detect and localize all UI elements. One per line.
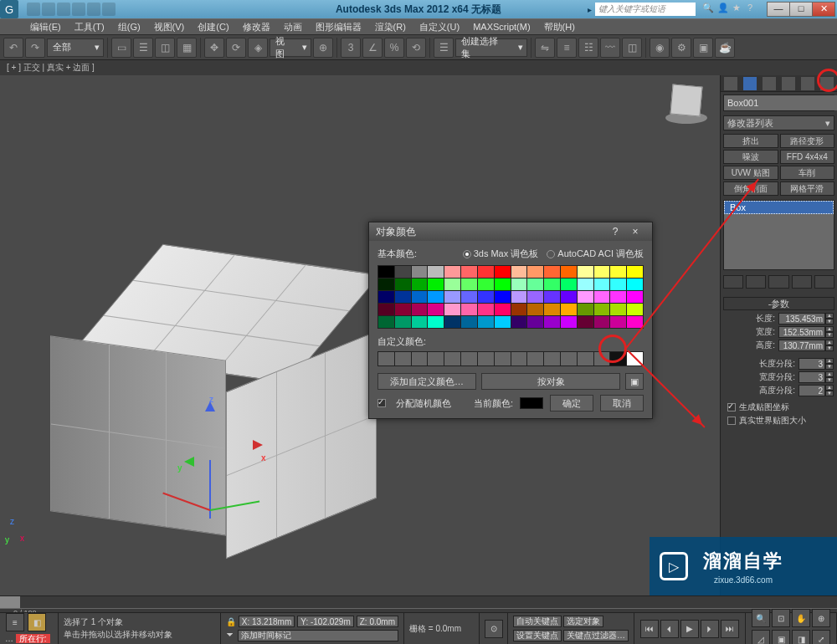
color-swatch[interactable] [461, 304, 477, 315]
isolate-button[interactable]: ⊙ [485, 620, 503, 638]
menu-tools[interactable]: 工具(T) [68, 19, 111, 34]
color-swatch[interactable] [610, 291, 626, 303]
timeline[interactable]: 0 / 100 [0, 595, 837, 612]
color-swatch[interactable] [378, 266, 394, 278]
mirror-button[interactable]: ⇋ [535, 38, 555, 58]
listener-button[interactable]: ◧ [28, 613, 46, 631]
remove-modifier-button[interactable] [792, 275, 812, 289]
color-swatch[interactable] [412, 266, 428, 278]
color-swatch[interactable] [478, 279, 494, 290]
lock-icon[interactable]: 🔒 [226, 617, 236, 626]
assign-random-checkbox[interactable] [377, 399, 386, 407]
color-swatch[interactable] [610, 304, 626, 315]
move-button[interactable]: ✥ [204, 38, 224, 58]
show-end-result-button[interactable] [746, 275, 766, 289]
close-button[interactable]: ✕ [812, 2, 835, 17]
color-swatch[interactable] [395, 304, 411, 315]
goto-start-button[interactable]: ⏮ [640, 620, 659, 638]
custom-colors-row[interactable] [377, 351, 644, 366]
object-name-field[interactable] [724, 95, 837, 110]
color-swatch[interactable] [627, 266, 643, 278]
color-swatch[interactable] [627, 291, 643, 303]
play-button[interactable]: ▶ [680, 620, 699, 638]
qat-btn[interactable] [27, 3, 40, 16]
menu-maxscript[interactable]: MAXScript(M) [466, 19, 537, 34]
color-swatch[interactable] [578, 266, 593, 278]
zoom-all-button[interactable]: ⊡ [772, 609, 790, 627]
display-tab-icon[interactable] [801, 77, 814, 90]
color-swatch[interactable] [461, 266, 477, 278]
color-swatch[interactable] [495, 279, 511, 290]
color-swatch[interactable] [511, 304, 527, 315]
curve-editor-button[interactable]: 〰 [600, 38, 620, 58]
color-swatch[interactable] [461, 291, 477, 303]
color-swatch[interactable] [412, 279, 428, 290]
setkey-button[interactable]: 设置关键点 [513, 630, 562, 641]
motion-tab-icon[interactable] [782, 77, 795, 90]
prev-frame-button[interactable]: ⏴ [660, 620, 679, 638]
color-swatch[interactable] [478, 291, 494, 303]
wseg-spinner[interactable]: 3 [798, 371, 825, 383]
dialog-close-button[interactable]: × [625, 226, 645, 238]
window-crossing-button[interactable]: ▦ [177, 38, 197, 58]
color-swatch[interactable] [495, 304, 511, 315]
real-world-checkbox[interactable] [727, 417, 736, 425]
mod-ffd[interactable]: FFD 4x4x4 [780, 150, 835, 164]
palette-3dsmax-radio[interactable]: 3ds Max 调色板 [463, 248, 539, 260]
menu-group[interactable]: 组(G) [111, 19, 147, 34]
scale-button[interactable]: ◈ [248, 38, 268, 58]
color-swatch[interactable] [511, 291, 527, 303]
color-swatch[interactable] [544, 266, 560, 278]
color-swatch[interactable] [395, 291, 411, 303]
coord-z[interactable]: Z: 0.0mm [357, 616, 398, 627]
active-color-toggle[interactable]: ▣ [625, 373, 644, 390]
qat-btn[interactable] [87, 3, 100, 16]
width-spinner[interactable]: 152.53mm [778, 326, 825, 338]
menu-help[interactable]: 帮助(H) [537, 19, 582, 34]
qat-btn[interactable] [57, 3, 70, 16]
color-swatch[interactable] [544, 304, 560, 315]
cancel-button[interactable]: 取消 [600, 395, 644, 411]
time-tag-field[interactable]: 添加时间标记 [238, 630, 398, 641]
next-frame-button[interactable]: ⏵ [701, 620, 719, 638]
maximize-button[interactable]: □ [789, 2, 813, 17]
color-swatch[interactable] [610, 316, 626, 328]
color-swatch[interactable] [594, 304, 610, 315]
hierarchy-tab-icon[interactable] [763, 77, 776, 90]
color-swatch[interactable] [444, 316, 460, 328]
color-swatch[interactable] [561, 266, 577, 278]
color-swatch[interactable] [544, 291, 560, 303]
zoom-button[interactable]: 🔍 [752, 609, 770, 627]
color-swatch[interactable] [428, 279, 444, 290]
color-swatch[interactable] [561, 316, 577, 328]
pan-button[interactable]: ✋ [792, 609, 810, 627]
color-swatch[interactable] [395, 316, 411, 328]
color-swatch[interactable] [378, 279, 394, 290]
color-swatch[interactable] [444, 304, 460, 315]
infocenter-icon[interactable]: 🔍 [702, 3, 716, 16]
length-spinner[interactable]: 135.453m [778, 313, 825, 325]
coord-y[interactable]: Y: -102.029m [297, 616, 353, 627]
schematic-button[interactable]: ◫ [622, 38, 642, 58]
color-swatch[interactable] [544, 316, 560, 328]
color-swatch[interactable] [627, 316, 643, 328]
redo-button[interactable]: ↷ [25, 38, 45, 58]
color-swatch[interactable] [561, 279, 577, 290]
menu-edit[interactable]: 编辑(E) [23, 19, 68, 34]
select-name-button[interactable]: ☰ [133, 38, 153, 58]
color-swatch[interactable] [578, 304, 593, 315]
mod-meshsmooth[interactable]: 网格平滑 [780, 181, 835, 196]
color-swatch[interactable] [495, 266, 511, 278]
color-swatch[interactable] [444, 266, 460, 278]
viewcube[interactable] [661, 80, 711, 130]
make-unique-button[interactable] [768, 275, 788, 289]
mod-pathdeform[interactable]: 路径变形 [780, 134, 835, 148]
current-color-swatch[interactable] [520, 397, 543, 409]
color-swatch[interactable] [578, 279, 593, 290]
menu-render[interactable]: 渲染(R) [368, 19, 413, 34]
color-swatch[interactable] [378, 291, 394, 303]
color-swatch[interactable] [412, 291, 428, 303]
menu-modifiers[interactable]: 修改器 [236, 19, 277, 34]
angle-snap-button[interactable]: ∠ [362, 38, 383, 58]
color-swatch[interactable] [527, 279, 543, 290]
